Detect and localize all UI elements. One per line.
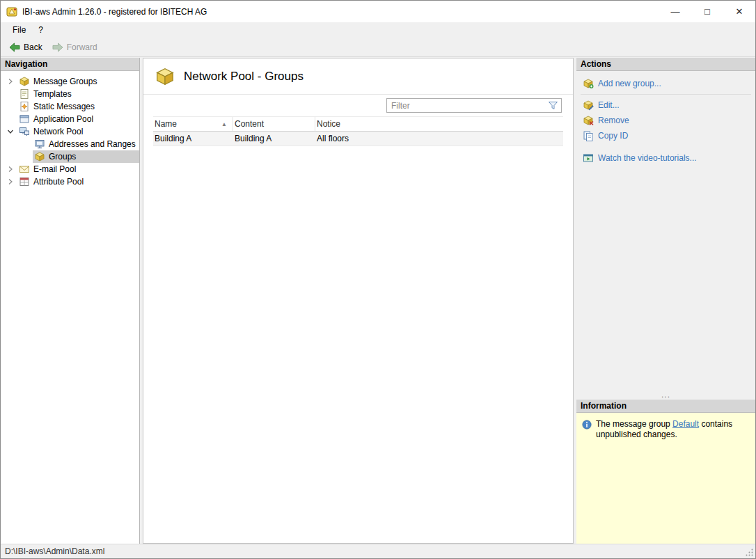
action-remove[interactable]: Remove [576, 113, 755, 128]
chevron-right-icon[interactable] [5, 78, 16, 85]
chevron-right-icon[interactable] [5, 178, 16, 185]
menu-item-file[interactable]: File [6, 24, 32, 36]
table-header-row: Name ▲ Content Notice [153, 116, 563, 132]
navigation-panel: Navigation Message Groups [1, 58, 140, 544]
action-label: Remove [598, 116, 629, 125]
information-header: Information [576, 400, 755, 413]
sidebar-item-templates[interactable]: Templates [1, 88, 139, 100]
back-button[interactable]: Back [4, 40, 47, 55]
action-label: Add new group... [598, 79, 661, 88]
chevron-right-icon[interactable] [5, 166, 16, 173]
app-window: IBI-aws Admin 1.26.0 - registered for IB… [0, 0, 756, 559]
actions-spacer [576, 166, 755, 391]
static-messages-icon [19, 101, 30, 112]
sidebar-item-label: E-mail Pool [33, 164, 76, 174]
groups-table: Name ▲ Content Notice Building A Buildin… [153, 116, 563, 146]
close-button[interactable]: ✕ [723, 1, 755, 22]
page-title-icon [155, 66, 175, 87]
sort-asc-icon: ▲ [221, 121, 227, 127]
column-label: Notice [317, 119, 340, 129]
action-label: Watch the video-tutorials... [598, 153, 697, 163]
filter-bar [143, 95, 573, 116]
sidebar-item-label: Attribute Pool [33, 177, 84, 187]
status-path: D:\IBI-aws\Admin\Data.xml [5, 546, 104, 556]
action-add-new-group[interactable]: Add new group... [576, 76, 755, 91]
info-icon [582, 420, 592, 430]
filter-funnel-icon[interactable] [548, 100, 558, 111]
action-copy-id[interactable]: Copy ID [576, 128, 755, 143]
status-bar: D:\IBI-aws\Admin\Data.xml [1, 544, 755, 558]
action-watch-tutorials[interactable]: Watch the video-tutorials... [576, 150, 755, 166]
minimize-button[interactable]: — [659, 1, 691, 22]
sidebar-item-message-groups[interactable]: Message Groups [1, 75, 139, 88]
column-header-notice[interactable]: Notice [315, 117, 563, 131]
sidebar-item-label: Groups [49, 152, 76, 162]
column-header-content[interactable]: Content [233, 117, 315, 131]
addresses-ranges-icon [34, 139, 45, 150]
main-layout: Navigation Message Groups [1, 58, 755, 544]
column-label: Name [155, 119, 177, 129]
sidebar-item-network-pool[interactable]: Network Pool [1, 125, 139, 138]
menu-item-help[interactable]: ? [32, 24, 49, 36]
cell-name: Building A [153, 132, 233, 145]
column-header-name[interactable]: Name ▲ [153, 117, 233, 131]
sidebar-item-attribute-pool[interactable]: Attribute Pool [1, 175, 139, 188]
back-label: Back [24, 42, 42, 52]
action-label: Copy ID [598, 131, 628, 141]
resize-grip[interactable] [745, 548, 754, 557]
actions-header: Actions [576, 58, 755, 71]
email-pool-icon [19, 164, 30, 175]
edit-icon [583, 100, 594, 111]
page-title: Network Pool - Groups [184, 70, 304, 84]
forward-arrow-icon [52, 42, 63, 53]
maximize-button[interactable]: □ [691, 1, 723, 22]
forward-label: Forward [67, 42, 97, 52]
actions-overflow-handle[interactable]: ... [576, 391, 755, 400]
cell-content: Building A [233, 132, 315, 145]
menubar: File ? [1, 22, 755, 38]
add-group-icon [583, 78, 594, 89]
filter-box [386, 98, 562, 113]
sidebar-item-label: Addresses and Ranges [49, 139, 136, 149]
sidebar-item-label: Static Messages [33, 102, 95, 111]
sidebar-item-email-pool[interactable]: E-mail Pool [1, 163, 139, 175]
filter-input[interactable] [387, 101, 548, 111]
column-label: Content [235, 119, 264, 129]
table-row[interactable]: Building A Building A All floors [153, 132, 563, 146]
information-panel: The message group Default contains unpub… [576, 413, 755, 544]
default-group-link[interactable]: Default [672, 419, 699, 429]
navigation-tree: Message Groups Templates [1, 71, 139, 188]
main-panel: Network Pool - Groups Name ▲ [143, 58, 574, 544]
sidebar-item-label: Message Groups [33, 77, 97, 86]
video-tutorials-icon [583, 152, 594, 164]
sidebar-item-addresses-and-ranges[interactable]: Addresses and Ranges [1, 138, 139, 150]
message-groups-icon [19, 76, 30, 87]
actions-panel: Actions Add new group... [576, 58, 755, 544]
sidebar-item-application-pool[interactable]: Application Pool [1, 113, 139, 125]
network-pool-icon [19, 126, 30, 137]
navigation-header: Navigation [1, 58, 139, 71]
action-label: Edit... [598, 100, 620, 110]
back-arrow-icon [9, 42, 20, 53]
toolbar: Back Forward [1, 38, 755, 57]
copy-icon [583, 130, 594, 141]
window-title: IBI-aws Admin 1.26.0 - registered for IB… [22, 7, 207, 17]
cell-notice: All floors [315, 132, 563, 145]
app-icon [6, 6, 17, 17]
info-text: The message group Default contains unpub… [596, 419, 746, 440]
attribute-pool-icon [19, 176, 30, 187]
actions-gap [576, 143, 755, 150]
groups-icon [34, 151, 45, 162]
remove-icon [583, 115, 594, 126]
sidebar-item-label: Network Pool [33, 127, 83, 136]
sidebar-item-static-messages[interactable]: Static Messages [1, 100, 139, 113]
forward-button[interactable]: Forward [47, 40, 102, 55]
actions-list: Add new group... Edit... [576, 71, 755, 166]
actions-separator [581, 94, 751, 95]
action-edit[interactable]: Edit... [576, 97, 755, 113]
info-text-before: The message group [596, 419, 672, 429]
templates-icon [19, 88, 30, 100]
chevron-down-icon[interactable] [5, 128, 16, 135]
sidebar-item-label: Application Pool [33, 114, 93, 124]
sidebar-item-groups[interactable]: Groups [1, 150, 139, 163]
